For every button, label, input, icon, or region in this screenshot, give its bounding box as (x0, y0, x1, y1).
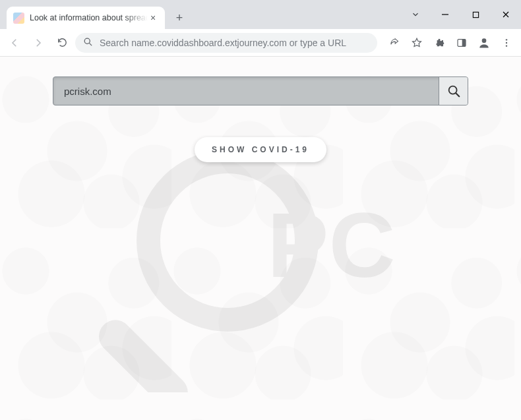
svg-point-8 (506, 42, 507, 43)
svg-point-2 (84, 38, 90, 44)
address-bar[interactable]: Search name.coviddashboard.extjourney.co… (75, 33, 377, 53)
page-search-button[interactable] (439, 77, 468, 105)
svg-point-7 (506, 39, 507, 40)
window-titlebar: Look at information about spread of COVI… (0, 0, 521, 29)
sidepanel-button[interactable] (451, 32, 472, 53)
svg-point-6 (482, 38, 487, 43)
window-controls (405, 0, 521, 29)
arrow-left-icon (9, 37, 20, 49)
reload-icon (57, 37, 68, 48)
kebab-icon (501, 38, 512, 48)
tab-favicon (13, 13, 24, 24)
profile-button[interactable] (474, 32, 495, 53)
svg-point-9 (506, 45, 507, 46)
avatar-icon (477, 36, 491, 49)
watermark-icon: PC (89, 129, 432, 392)
puzzle-icon (434, 38, 444, 48)
tab-close-button[interactable]: × (148, 13, 158, 23)
back-button[interactable] (4, 32, 25, 53)
arrow-right-icon (32, 37, 44, 49)
minimize-button[interactable] (430, 3, 460, 26)
browser-tab[interactable]: Look at information about spread of COVI… (7, 7, 165, 29)
tab-title: Look at information about spread of COVI… (30, 13, 148, 22)
page-search-bar (53, 76, 468, 105)
magnifier-icon (446, 84, 461, 98)
forward-button[interactable] (28, 32, 49, 53)
svg-line-14 (456, 93, 459, 96)
panel-icon (456, 38, 467, 48)
svg-rect-5 (462, 39, 466, 46)
minimize-icon (441, 11, 449, 18)
star-icon (411, 37, 423, 49)
svg-text:PC: PC (267, 193, 395, 297)
svg-line-3 (89, 43, 92, 45)
menu-button[interactable] (496, 32, 517, 53)
svg-point-10 (148, 162, 307, 320)
extensions-button[interactable] (429, 32, 450, 53)
bookmark-button[interactable] (406, 32, 427, 53)
page-search-input[interactable] (53, 77, 439, 105)
share-button[interactable] (384, 32, 405, 53)
close-window-button[interactable] (491, 3, 521, 26)
share-icon (389, 37, 400, 48)
search-icon (83, 37, 93, 49)
maximize-button[interactable] (460, 3, 491, 26)
page-content: PC SHOW COVID-19 (0, 57, 521, 420)
tab-search-button[interactable] (405, 5, 426, 24)
chevron-down-icon (411, 10, 420, 19)
show-covid-button[interactable]: SHOW COVID-19 (195, 137, 326, 162)
reload-button[interactable] (51, 32, 73, 53)
browser-toolbar: Search name.coviddashboard.extjourney.co… (0, 29, 521, 57)
svg-rect-11 (92, 313, 195, 392)
new-tab-button[interactable]: + (170, 9, 189, 27)
close-icon (502, 11, 510, 18)
omnibox-text: Search name.coviddashboard.extjourney.co… (100, 38, 369, 48)
svg-rect-1 (473, 12, 478, 17)
maximize-icon (472, 11, 479, 18)
